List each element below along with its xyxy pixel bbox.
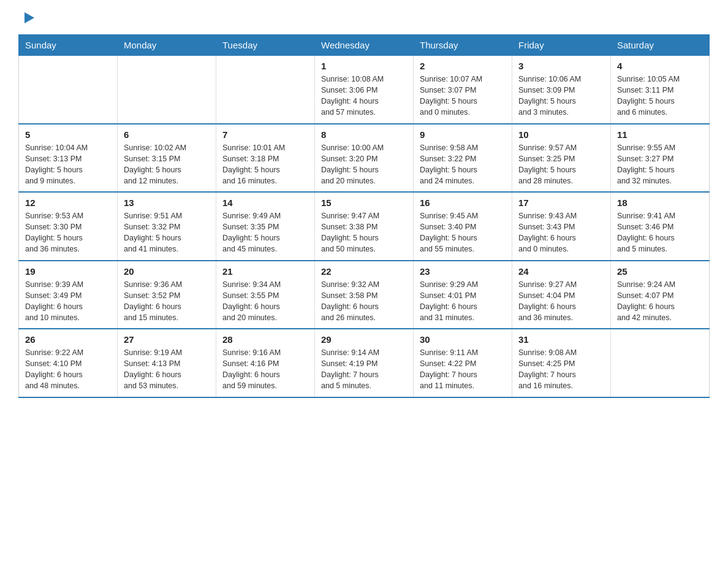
- calendar-day-cell: 20Sunrise: 9:36 AM Sunset: 3:52 PM Dayli…: [118, 261, 216, 329]
- calendar-day-cell: 22Sunrise: 9:32 AM Sunset: 3:58 PM Dayli…: [315, 261, 414, 329]
- day-info: Sunrise: 9:24 AM Sunset: 4:07 PM Dayligh…: [617, 279, 703, 324]
- calendar-day-cell: 24Sunrise: 9:27 AM Sunset: 4:04 PM Dayli…: [512, 261, 611, 329]
- calendar-day-cell: 17Sunrise: 9:43 AM Sunset: 3:43 PM Dayli…: [512, 192, 611, 261]
- day-of-week-header: Monday: [118, 35, 216, 56]
- day-info: Sunrise: 10:00 AM Sunset: 3:20 PM Daylig…: [321, 142, 407, 187]
- day-of-week-header: Saturday: [611, 35, 710, 56]
- day-number: 15: [321, 197, 407, 208]
- calendar-day-cell: 16Sunrise: 9:45 AM Sunset: 3:40 PM Dayli…: [414, 192, 512, 261]
- day-number: 14: [222, 197, 308, 208]
- day-info: Sunrise: 9:45 AM Sunset: 3:40 PM Dayligh…: [420, 210, 506, 255]
- day-info: Sunrise: 9:36 AM Sunset: 3:52 PM Dayligh…: [124, 279, 210, 324]
- day-info: Sunrise: 10:06 AM Sunset: 3:09 PM Daylig…: [518, 74, 604, 118]
- calendar-day-cell: [216, 56, 315, 124]
- day-info: Sunrise: 9:08 AM Sunset: 4:25 PM Dayligh…: [518, 347, 604, 392]
- day-info: Sunrise: 9:49 AM Sunset: 3:35 PM Dayligh…: [222, 210, 308, 255]
- day-info: Sunrise: 9:19 AM Sunset: 4:13 PM Dayligh…: [124, 347, 210, 392]
- calendar-day-cell: 28Sunrise: 9:16 AM Sunset: 4:16 PM Dayli…: [216, 329, 315, 397]
- calendar-day-cell: 8Sunrise: 10:00 AM Sunset: 3:20 PM Dayli…: [315, 124, 414, 193]
- day-number: 7: [222, 129, 308, 140]
- day-number: 21: [222, 266, 308, 277]
- calendar-day-cell: 6Sunrise: 10:02 AM Sunset: 3:15 PM Dayli…: [118, 124, 216, 193]
- day-number: 31: [518, 334, 604, 345]
- calendar-table: SundayMondayTuesdayWednesdayThursdayFrid…: [18, 34, 710, 398]
- day-number: 29: [321, 334, 407, 345]
- calendar-day-cell: 14Sunrise: 9:49 AM Sunset: 3:35 PM Dayli…: [216, 192, 315, 261]
- day-info: Sunrise: 9:32 AM Sunset: 3:58 PM Dayligh…: [321, 279, 407, 324]
- calendar-day-cell: 11Sunrise: 9:55 AM Sunset: 3:27 PM Dayli…: [611, 124, 710, 193]
- calendar-day-cell: 25Sunrise: 9:24 AM Sunset: 4:07 PM Dayli…: [611, 261, 710, 329]
- day-number: 12: [25, 197, 111, 208]
- day-number: 13: [124, 197, 210, 208]
- day-of-week-header: Tuesday: [216, 35, 315, 56]
- calendar-week-row: 1Sunrise: 10:08 AM Sunset: 3:06 PM Dayli…: [19, 56, 710, 124]
- day-info: Sunrise: 10:01 AM Sunset: 3:18 PM Daylig…: [222, 142, 308, 187]
- calendar-day-cell: 9Sunrise: 9:58 AM Sunset: 3:22 PM Daylig…: [414, 124, 512, 193]
- calendar-day-cell: [118, 56, 216, 124]
- day-number: 2: [420, 61, 506, 71]
- day-number: 30: [420, 334, 506, 345]
- calendar-week-row: 5Sunrise: 10:04 AM Sunset: 3:13 PM Dayli…: [19, 124, 710, 193]
- day-info: Sunrise: 10:04 AM Sunset: 3:13 PM Daylig…: [25, 142, 111, 187]
- day-number: 11: [617, 129, 703, 140]
- day-number: 25: [617, 266, 703, 277]
- day-number: 10: [518, 129, 604, 140]
- day-number: 1: [321, 61, 407, 71]
- day-info: Sunrise: 9:55 AM Sunset: 3:27 PM Dayligh…: [617, 142, 703, 187]
- day-number: 8: [321, 129, 407, 140]
- day-info: Sunrise: 9:14 AM Sunset: 4:19 PM Dayligh…: [321, 347, 407, 392]
- calendar-day-cell: 29Sunrise: 9:14 AM Sunset: 4:19 PM Dayli…: [315, 329, 414, 397]
- day-info: Sunrise: 9:57 AM Sunset: 3:25 PM Dayligh…: [518, 142, 604, 187]
- day-info: Sunrise: 9:58 AM Sunset: 3:22 PM Dayligh…: [420, 142, 506, 187]
- calendar-day-cell: 1Sunrise: 10:08 AM Sunset: 3:06 PM Dayli…: [315, 56, 414, 124]
- day-number: 22: [321, 266, 407, 277]
- day-number: 17: [518, 197, 604, 208]
- day-number: 5: [25, 129, 111, 140]
- calendar-day-cell: 13Sunrise: 9:51 AM Sunset: 3:32 PM Dayli…: [118, 192, 216, 261]
- day-number: 3: [518, 61, 604, 71]
- calendar-day-cell: 19Sunrise: 9:39 AM Sunset: 3:49 PM Dayli…: [19, 261, 118, 329]
- calendar-day-cell: [611, 329, 710, 397]
- day-of-week-header: Friday: [512, 35, 611, 56]
- day-info: Sunrise: 9:11 AM Sunset: 4:22 PM Dayligh…: [420, 347, 506, 392]
- day-info: Sunrise: 10:02 AM Sunset: 3:15 PM Daylig…: [124, 142, 210, 187]
- day-number: 28: [222, 334, 308, 345]
- day-info: Sunrise: 10:08 AM Sunset: 3:06 PM Daylig…: [321, 74, 407, 118]
- logo-flag-icon: [20, 10, 36, 26]
- day-number: 16: [420, 197, 506, 208]
- calendar-day-cell: 21Sunrise: 9:34 AM Sunset: 3:55 PM Dayli…: [216, 261, 315, 329]
- calendar-day-cell: 3Sunrise: 10:06 AM Sunset: 3:09 PM Dayli…: [512, 56, 611, 124]
- day-info: Sunrise: 9:16 AM Sunset: 4:16 PM Dayligh…: [222, 347, 308, 392]
- calendar-day-cell: 27Sunrise: 9:19 AM Sunset: 4:13 PM Dayli…: [118, 329, 216, 397]
- day-number: 19: [25, 266, 111, 277]
- day-number: 23: [420, 266, 506, 277]
- day-number: 9: [420, 129, 506, 140]
- calendar-header-row: SundayMondayTuesdayWednesdayThursdayFrid…: [19, 35, 710, 56]
- calendar-day-cell: 12Sunrise: 9:53 AM Sunset: 3:30 PM Dayli…: [19, 192, 118, 261]
- day-number: 24: [518, 266, 604, 277]
- day-info: Sunrise: 9:47 AM Sunset: 3:38 PM Dayligh…: [321, 210, 407, 255]
- calendar-week-row: 12Sunrise: 9:53 AM Sunset: 3:30 PM Dayli…: [19, 192, 710, 261]
- day-number: 4: [617, 61, 703, 71]
- day-info: Sunrise: 9:39 AM Sunset: 3:49 PM Dayligh…: [25, 279, 111, 324]
- day-info: Sunrise: 9:41 AM Sunset: 3:46 PM Dayligh…: [617, 210, 703, 255]
- calendar-day-cell: 15Sunrise: 9:47 AM Sunset: 3:38 PM Dayli…: [315, 192, 414, 261]
- day-of-week-header: Wednesday: [315, 35, 414, 56]
- calendar-day-cell: 30Sunrise: 9:11 AM Sunset: 4:22 PM Dayli…: [414, 329, 512, 397]
- day-info: Sunrise: 10:07 AM Sunset: 3:07 PM Daylig…: [420, 74, 506, 118]
- calendar-day-cell: 31Sunrise: 9:08 AM Sunset: 4:25 PM Dayli…: [512, 329, 611, 397]
- day-info: Sunrise: 9:43 AM Sunset: 3:43 PM Dayligh…: [518, 210, 604, 255]
- page-header: [18, 12, 710, 22]
- day-number: 20: [124, 266, 210, 277]
- day-number: 26: [25, 334, 111, 345]
- day-info: Sunrise: 9:51 AM Sunset: 3:32 PM Dayligh…: [124, 210, 210, 255]
- calendar-day-cell: [19, 56, 118, 124]
- calendar-day-cell: 4Sunrise: 10:05 AM Sunset: 3:11 PM Dayli…: [611, 56, 710, 124]
- calendar-day-cell: 5Sunrise: 10:04 AM Sunset: 3:13 PM Dayli…: [19, 124, 118, 193]
- day-info: Sunrise: 9:22 AM Sunset: 4:10 PM Dayligh…: [25, 347, 111, 392]
- svg-marker-0: [25, 12, 34, 23]
- day-info: Sunrise: 9:34 AM Sunset: 3:55 PM Dayligh…: [222, 279, 308, 324]
- day-number: 18: [617, 197, 703, 208]
- calendar-week-row: 19Sunrise: 9:39 AM Sunset: 3:49 PM Dayli…: [19, 261, 710, 329]
- calendar-day-cell: 23Sunrise: 9:29 AM Sunset: 4:01 PM Dayli…: [414, 261, 512, 329]
